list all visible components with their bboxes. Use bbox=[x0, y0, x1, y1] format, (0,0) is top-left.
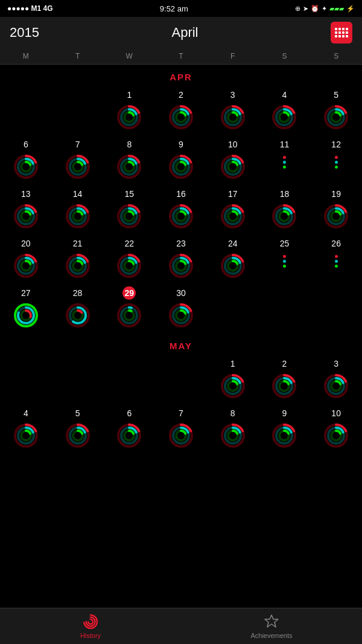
calendar-day-cell[interactable]: 9 bbox=[155, 135, 207, 185]
calendar-day-cell[interactable]: 8 bbox=[103, 135, 155, 185]
activity-ring bbox=[168, 203, 194, 230]
day-header-f: F bbox=[207, 48, 259, 64]
activity-dot bbox=[335, 255, 338, 258]
day-number: 25 bbox=[278, 237, 291, 250]
calendar-day-cell[interactable]: 1 bbox=[207, 355, 259, 404]
calendar-day-cell[interactable]: 13 bbox=[0, 185, 52, 234]
calendar-day-cell[interactable]: 8 bbox=[207, 404, 259, 454]
calendar-day-cell[interactable]: 14 bbox=[52, 185, 104, 234]
svg-point-145 bbox=[124, 311, 134, 320]
calendar-day-cell[interactable]: 10 bbox=[310, 404, 362, 454]
activity-dot bbox=[335, 260, 338, 263]
status-time: 9:52 am bbox=[160, 4, 188, 13]
calendar-day-cell bbox=[259, 284, 311, 333]
calendar-day-cell bbox=[0, 86, 52, 135]
activity-ring bbox=[116, 203, 142, 230]
activity-ring bbox=[116, 302, 142, 329]
calendar-day-cell[interactable]: 6 bbox=[103, 404, 155, 454]
calendar-day-cell[interactable]: 22 bbox=[103, 234, 155, 284]
calendar-day-cell[interactable]: 12 bbox=[310, 135, 362, 185]
activity-ring bbox=[323, 422, 349, 449]
day-headers: M T W T F S S bbox=[0, 48, 362, 65]
calendar-scroll[interactable]: APR 123456789101112131415161718192021222… bbox=[0, 65, 362, 602]
calendar-day-cell[interactable]: 20 bbox=[0, 234, 52, 284]
may-grid: 12345678910 bbox=[0, 355, 362, 454]
day-number: 29 bbox=[122, 286, 136, 300]
activity-ring bbox=[168, 153, 194, 180]
tab-history[interactable]: History bbox=[0, 613, 181, 639]
battery-icon: ▰▰▰ bbox=[329, 5, 344, 13]
calendar-day-cell[interactable]: 2 bbox=[259, 355, 311, 404]
activity-dot bbox=[335, 166, 338, 169]
calendar-day-cell[interactable]: 26 bbox=[310, 234, 362, 284]
calendar-day-cell[interactable]: 15 bbox=[103, 185, 155, 234]
day-number: 8 bbox=[226, 407, 240, 420]
calendar-day-cell[interactable]: 9 bbox=[259, 404, 311, 454]
activity-ring bbox=[168, 302, 194, 329]
day-number: 5 bbox=[71, 407, 84, 420]
tab-achievements[interactable]: Achievements bbox=[181, 613, 362, 639]
day-number: 2 bbox=[174, 88, 188, 101]
day-number: 1 bbox=[122, 88, 136, 101]
history-icon bbox=[82, 613, 99, 630]
calendar-day-cell[interactable]: 2 bbox=[155, 86, 207, 135]
day-number: 9 bbox=[278, 407, 291, 420]
calendar-day-cell[interactable]: 4 bbox=[0, 404, 52, 454]
activity-ring bbox=[65, 253, 91, 279]
calendar-day-cell[interactable]: 10 bbox=[207, 135, 259, 185]
activity-ring bbox=[116, 253, 142, 279]
calendar-day-cell[interactable]: 27 bbox=[0, 284, 52, 333]
calendar-day-cell[interactable]: 21 bbox=[52, 234, 104, 284]
calendar-day-cell[interactable]: 7 bbox=[155, 404, 207, 454]
calendar-day-cell[interactable]: 1 bbox=[103, 86, 155, 135]
calendar-day-cell[interactable]: 5 bbox=[310, 86, 362, 135]
day-header-t2: T bbox=[155, 48, 207, 64]
calendar-day-cell[interactable]: 5 bbox=[52, 404, 104, 454]
calendar-day-cell[interactable]: 24 bbox=[207, 234, 259, 284]
calendar-day-cell[interactable]: 6 bbox=[0, 135, 52, 185]
day-number: 10 bbox=[329, 407, 343, 420]
calendar-day-cell bbox=[52, 86, 104, 135]
calendar-day-cell[interactable]: 28 bbox=[52, 284, 104, 333]
activity-dot bbox=[283, 255, 286, 258]
calendar-day-cell[interactable]: 7 bbox=[52, 135, 104, 185]
activity-ring bbox=[271, 203, 297, 230]
activity-dots bbox=[335, 255, 338, 268]
calendar-day-cell[interactable]: 29 bbox=[103, 284, 155, 333]
calendar-day-cell[interactable]: 16 bbox=[155, 185, 207, 234]
activity-ring bbox=[116, 422, 142, 449]
achievements-icon bbox=[263, 613, 280, 630]
calendar-icon-button[interactable] bbox=[331, 22, 352, 43]
day-number: 18 bbox=[278, 187, 291, 201]
day-header-s1: S bbox=[259, 48, 311, 64]
activity-ring bbox=[13, 253, 39, 279]
calendar-day-cell[interactable]: 3 bbox=[310, 355, 362, 404]
calendar-day-cell[interactable]: 19 bbox=[310, 185, 362, 234]
calendar-day-cell[interactable]: 17 bbox=[207, 185, 259, 234]
calendar-day-cell[interactable]: 30 bbox=[155, 284, 207, 333]
activity-ring bbox=[65, 422, 91, 449]
day-number: 1 bbox=[226, 357, 240, 370]
calendar-day-cell[interactable]: 3 bbox=[207, 86, 259, 135]
activity-dots bbox=[335, 156, 338, 169]
activity-ring bbox=[65, 203, 91, 230]
day-header-m: M bbox=[0, 48, 52, 64]
bluetooth-icon: ✦ bbox=[322, 5, 327, 13]
day-number: 21 bbox=[71, 237, 84, 250]
calendar-day-cell bbox=[103, 355, 155, 404]
calendar-day-cell[interactable]: 23 bbox=[155, 234, 207, 284]
activity-ring bbox=[323, 373, 349, 399]
activity-ring bbox=[220, 203, 246, 230]
activity-dot bbox=[335, 156, 338, 159]
calendar-day-cell[interactable]: 25 bbox=[259, 234, 311, 284]
day-number: 5 bbox=[329, 88, 343, 101]
activity-ring bbox=[220, 253, 246, 279]
day-number: 15 bbox=[122, 187, 136, 201]
svg-point-216 bbox=[88, 619, 93, 624]
activity-dot bbox=[283, 161, 286, 164]
calendar-day-cell[interactable]: 18 bbox=[259, 185, 311, 234]
calendar-day-cell[interactable]: 11 bbox=[259, 135, 311, 185]
day-number: 14 bbox=[71, 187, 84, 201]
calendar-day-cell[interactable]: 4 bbox=[259, 86, 311, 135]
day-number: 6 bbox=[19, 138, 33, 151]
